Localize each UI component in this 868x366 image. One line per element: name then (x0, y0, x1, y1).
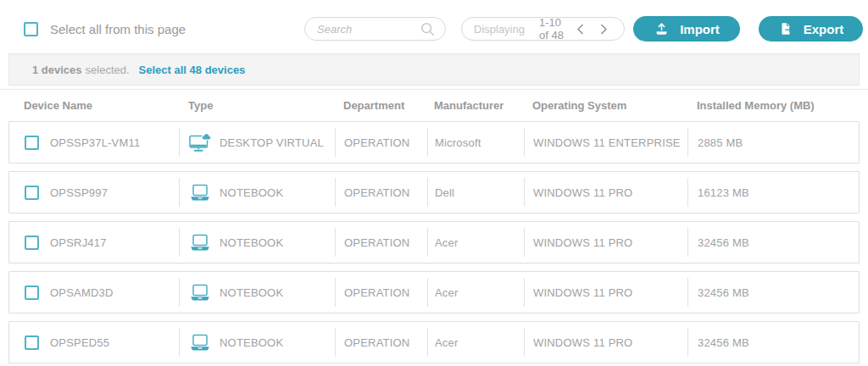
notebook-icon-wrap (189, 283, 212, 302)
device-name: OPSSP37L-VM11 (50, 136, 140, 149)
notebook-icon-wrap (189, 233, 212, 252)
manufacturer-value: Dell (435, 186, 454, 199)
column-header-type: Type (178, 99, 334, 112)
device-table-body: OPSSP37L-VM11 DESKTOP VIRTUAL OPERATION … (0, 121, 868, 363)
device-type-label: NOTEBOOK (220, 236, 283, 249)
table-row: OPSSP997 NOTEBOOK OPERATION Dell WINDOWS… (8, 171, 860, 214)
department-value: OPERATION (344, 336, 409, 349)
table-row: OPSAMD3D NOTEBOOK OPERATION Acer WINDOWS… (8, 271, 860, 313)
desktop-virtual-icon (189, 133, 212, 152)
table-row: OPSRJ417 NOTEBOOK OPERATION Acer WINDOWS… (8, 221, 860, 263)
row-checkbox[interactable] (25, 336, 39, 350)
select-all-control: Select all from this page (24, 22, 186, 36)
notebook-icon (189, 183, 211, 202)
table-row: OPSSP37L-VM11 DESKTOP VIRTUAL OPERATION … (8, 121, 860, 164)
installed-memory-value: 32456 MB (698, 286, 749, 299)
device-name: OPSPED55 (50, 336, 109, 349)
pagination-nav (572, 22, 612, 36)
search-icon (420, 22, 435, 36)
pagination-range: 1-10 of 48 (539, 16, 572, 42)
manufacturer-value: Acer (435, 236, 459, 249)
row-checkbox[interactable] (25, 236, 39, 250)
table-row: OPSPED55 NOTEBOOK OPERATION Acer WINDOWS… (8, 321, 860, 363)
department-value: OPERATION (344, 136, 409, 149)
column-header-operating-system: Operating System (523, 99, 687, 112)
import-button-label: Import (680, 22, 720, 36)
manufacturer-value: Microsoft (435, 136, 481, 149)
upload-icon (654, 21, 670, 37)
operating-system-value: WINDOWS 11 ENTERPRISE (533, 136, 681, 149)
device-type-label: DESKTOP VIRTUAL (220, 136, 324, 149)
department-value: OPERATION (344, 286, 409, 299)
column-header-manufacturer: Manufacturer (426, 99, 523, 112)
department-value: OPERATION (344, 236, 409, 249)
column-header-device-name: Device Name (8, 99, 178, 112)
export-file-icon (778, 21, 793, 36)
device-name: OPSAMD3D (50, 286, 114, 299)
pagination-displaying-label: Displaying (474, 23, 525, 36)
operating-system-value: WINDOWS 11 PRO (533, 286, 632, 299)
table-header: Device Name Type Department Manufacturer… (0, 89, 868, 121)
next-page-button[interactable] (596, 22, 612, 36)
device-type-label: NOTEBOOK (220, 286, 283, 299)
installed-memory-value: 32456 MB (698, 336, 749, 349)
column-header-installed-memory: Installed Memory (MB) (687, 99, 860, 112)
selection-banner: 1 devices selected. Select all 48 device… (8, 53, 860, 86)
notebook-icon (189, 233, 211, 252)
notebook-icon (189, 283, 211, 302)
operating-system-value: WINDOWS 11 PRO (533, 236, 632, 249)
select-all-page-checkbox[interactable] (24, 22, 38, 36)
device-name: OPSRJ417 (50, 236, 107, 249)
row-checkbox[interactable] (25, 186, 39, 200)
select-all-devices-link[interactable]: Select all 48 devices (139, 64, 246, 76)
installed-memory-value: 2885 MB (698, 136, 743, 149)
manufacturer-value: Acer (435, 336, 459, 349)
manufacturer-value: Acer (435, 286, 459, 299)
device-type-label: NOTEBOOK (220, 186, 283, 199)
export-button[interactable]: Export (759, 16, 863, 42)
installed-memory-value: 16123 MB (698, 186, 749, 199)
notebook-icon-wrap (189, 333, 212, 352)
installed-memory-value: 32456 MB (698, 236, 749, 249)
row-checkbox[interactable] (25, 286, 39, 300)
operating-system-value: WINDOWS 11 PRO (533, 336, 632, 349)
device-list-page: Select all from this page Displaying 1-1… (0, 0, 868, 363)
export-button-label: Export (804, 22, 844, 36)
device-type-label: NOTEBOOK (220, 336, 283, 349)
select-all-page-label: Select all from this page (50, 22, 186, 36)
pagination: Displaying 1-10 of 48 (461, 17, 625, 41)
device-name: OPSSP997 (50, 186, 108, 199)
search-input[interactable] (317, 23, 410, 36)
column-header-department: Department (334, 99, 426, 112)
notebook-icon (189, 333, 211, 352)
notebook-icon-wrap (189, 183, 212, 202)
row-checkbox[interactable] (25, 136, 39, 150)
operating-system-value: WINDOWS 11 PRO (533, 186, 632, 199)
import-button[interactable]: Import (633, 16, 740, 42)
desktop-virtual-icon-wrap (189, 133, 212, 152)
department-value: OPERATION (344, 186, 409, 199)
search-box[interactable] (304, 17, 446, 41)
selected-count: 1 devices (32, 64, 82, 76)
chevron-left-icon (576, 24, 584, 35)
chevron-right-icon (600, 24, 608, 35)
prev-page-button[interactable] (572, 22, 588, 36)
toolbar-actions: Displaying 1-10 of 48 (304, 16, 863, 42)
selected-suffix: selected. (86, 64, 130, 76)
toolbar: Select all from this page Displaying 1-1… (0, 0, 868, 42)
